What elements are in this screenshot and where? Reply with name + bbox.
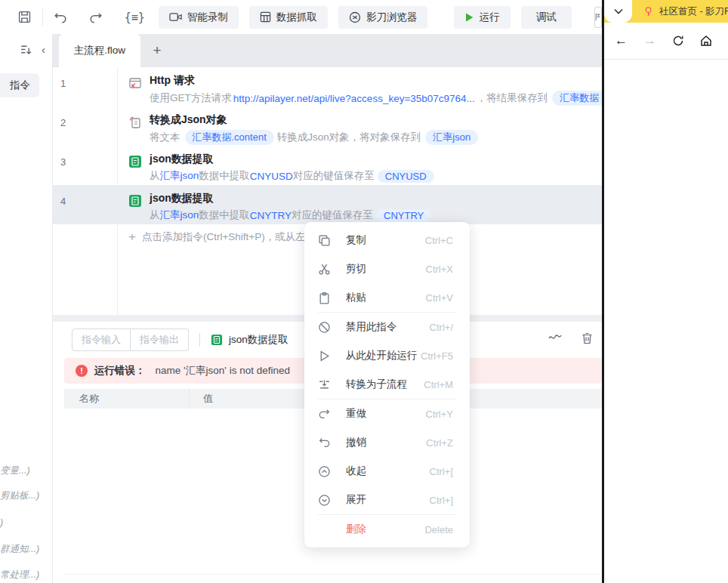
trash-icon[interactable] bbox=[581, 332, 593, 344]
forward-icon[interactable]: → bbox=[643, 33, 656, 48]
menu-label: 重做 bbox=[346, 407, 426, 421]
desc-text: 数据中提取 bbox=[199, 208, 250, 222]
browser-tab-title: 社区首页 - 影刀R bbox=[659, 5, 728, 18]
site-favicon bbox=[643, 6, 654, 17]
redo-icon[interactable] bbox=[89, 6, 103, 29]
menu-shortcut: Ctrl+F5 bbox=[421, 350, 453, 362]
sidebar-partial-item[interactable]: 群通知...) bbox=[0, 543, 53, 556]
flow-step-json-extract-1[interactable]: 3 json数据提取 从 汇率json 数据中提取 CNYUSD 对应的键值保存… bbox=[53, 146, 602, 185]
step-description: 从 汇率json 数据中提取 CNYTRY 对应的键值保存至 CNYTRY bbox=[150, 208, 434, 222]
key-ref[interactable]: CNYUSD bbox=[250, 171, 293, 182]
top-toolbar: {≡} 智能录制 数据抓取 影刀浏览器 bbox=[0, 0, 602, 34]
variables-icon[interactable]: {≡} bbox=[125, 6, 145, 29]
bottom-panel-header: 指令输入 指令输出 json数据提取 bbox=[72, 329, 288, 351]
menu-shortcut: Ctrl+V bbox=[426, 292, 453, 304]
home-icon[interactable] bbox=[700, 35, 712, 47]
undo-icon[interactable] bbox=[54, 6, 68, 29]
tab-main-flow[interactable]: 主流程.flow bbox=[59, 34, 140, 67]
flow-step-json-extract-2[interactable]: 4 json数据提取 从 汇率json 数据中提取 CNYTRY 对应的键值保存… bbox=[53, 185, 602, 224]
instruction-output-label: 指令输出 bbox=[140, 333, 179, 347]
json-convert-icon bbox=[128, 116, 142, 129]
json-extract-icon bbox=[128, 194, 142, 208]
menu-item-collapse[interactable]: 收起 Ctrl+[ bbox=[304, 457, 470, 486]
error-icon: ! bbox=[76, 365, 88, 377]
variable-chip[interactable]: CNYUSD bbox=[378, 170, 434, 183]
step-title: Http 请求 bbox=[150, 74, 195, 88]
desc-text: 将文本 bbox=[150, 131, 180, 144]
browser-tab-menu-button[interactable] bbox=[604, 0, 632, 23]
error-label: 运行错误： bbox=[94, 364, 146, 378]
variable-chip[interactable]: 汇率数据.content bbox=[185, 130, 274, 145]
activity-curve-icon[interactable] bbox=[548, 332, 562, 344]
variable-ref[interactable]: 汇率json bbox=[160, 208, 199, 222]
tab-instruction-input[interactable]: 指令输入 bbox=[72, 329, 131, 351]
data-capture-button[interactable]: 数据抓取 bbox=[249, 6, 328, 29]
sidebar-partial-item[interactable]: ) bbox=[0, 517, 53, 528]
variable-chip[interactable]: CNYTRY bbox=[376, 209, 431, 222]
ban-icon bbox=[318, 321, 331, 334]
menu-shortcut: Ctrl+[ bbox=[430, 466, 453, 477]
menu-item-paste[interactable]: 粘贴 Ctrl+V bbox=[304, 283, 470, 312]
run-button[interactable]: 运行 bbox=[454, 6, 511, 29]
flow-step-http-request[interactable]: 1 Http 请求 使用GET方法请求 http://apilayer.net/… bbox=[53, 67, 602, 106]
plus-icon: + bbox=[153, 42, 161, 59]
menu-label: 删除 bbox=[346, 523, 424, 536]
desc-text: 使用GET方法请求 bbox=[150, 91, 232, 105]
menu-item-redo[interactable]: 重做 Ctrl+Y bbox=[304, 399, 470, 428]
yingdao-browser-button[interactable]: 影刀浏览器 bbox=[338, 6, 428, 29]
tab-instruction-output[interactable]: 指令输出 bbox=[131, 329, 189, 351]
menu-item-disable[interactable]: 禁用此指令 Ctrl+/ bbox=[304, 313, 470, 341]
menu-item-convert-subflow[interactable]: 转换为子流程 Ctrl+M bbox=[304, 370, 470, 399]
variable-ref[interactable]: 汇率json bbox=[160, 169, 199, 183]
toolbar-divider bbox=[42, 9, 43, 26]
add-tab-button[interactable]: + bbox=[140, 34, 174, 67]
request-url-link[interactable]: http://apilayer.net/api/live?access_key=… bbox=[233, 93, 475, 104]
sort-icon[interactable] bbox=[20, 43, 32, 56]
editor-tabstrip: 主流程.flow + bbox=[53, 34, 602, 67]
menu-shortcut: Ctrl+M bbox=[424, 379, 453, 390]
menu-item-run-from-here[interactable]: 从此处开始运行 Ctrl+F5 bbox=[304, 341, 470, 370]
step-description: 将文本 汇率数据.content 转换成Json对象，将对象保存到 汇率json bbox=[150, 130, 481, 145]
current-command: json数据提取 bbox=[211, 333, 288, 347]
menu-item-expand[interactable]: 展开 Ctrl+] bbox=[304, 486, 470, 514]
smart-record-button[interactable]: 智能录制 bbox=[159, 6, 239, 29]
debug-button[interactable]: 调试 bbox=[521, 6, 572, 29]
menu-label: 从此处开始运行 bbox=[346, 349, 421, 362]
back-icon[interactable]: ← bbox=[615, 33, 628, 48]
panel-expand-toggle[interactable] bbox=[594, 7, 602, 28]
scissors-icon bbox=[318, 263, 331, 276]
browser-toolbar: ← → ↙ bbox=[604, 23, 728, 60]
collapse-sidebar-icon[interactable]: ‹ bbox=[42, 43, 45, 56]
sidebar-partial-item[interactable]: 常处理...) bbox=[0, 569, 53, 581]
menu-item-copy[interactable]: 复制 Ctrl+C bbox=[304, 226, 470, 254]
sidebar-category-pill[interactable]: 指令 bbox=[0, 73, 39, 97]
sidebar-header: ‹ bbox=[0, 43, 53, 56]
menu-shortcut: Ctrl+Y bbox=[426, 409, 453, 420]
menu-label: 复制 bbox=[346, 233, 425, 247]
sidebar-partial-item[interactable]: 剪贴板...) bbox=[0, 489, 53, 502]
variable-chip[interactable]: 汇率数据 bbox=[552, 91, 606, 106]
menu-item-delete[interactable]: 删除 Delete bbox=[304, 515, 470, 544]
desc-text: 转换成Json对象，将对象保存到 bbox=[277, 131, 421, 144]
redo-icon bbox=[318, 408, 331, 421]
column-header-name: 名称 bbox=[64, 392, 189, 406]
add-instruction-row[interactable]: + 点击添加指令(Ctrl+Shift+P)，或从左侧 bbox=[128, 230, 316, 245]
copy-icon bbox=[318, 234, 331, 247]
step-title: json数据提取 bbox=[150, 153, 214, 166]
run-play-icon bbox=[464, 12, 474, 23]
menu-item-undo[interactable]: 撤销 Ctrl+Z bbox=[304, 428, 470, 457]
desc-text: 从 bbox=[150, 208, 160, 222]
sidebar-partial-item[interactable]: 变量...) bbox=[0, 464, 53, 477]
key-ref[interactable]: CNYTRY bbox=[250, 210, 292, 221]
menu-label: 粘贴 bbox=[346, 291, 426, 304]
menu-item-cut[interactable]: 剪切 Ctrl+X bbox=[304, 254, 470, 283]
flow-step-convert-json[interactable]: 2 转换成Json对象 将文本 汇率数据.content 转换成Json对象，将… bbox=[53, 106, 602, 146]
browser-window: 社区首页 - 影刀R ← → ↙ bbox=[602, 0, 728, 583]
step-title: json数据提取 bbox=[150, 192, 214, 205]
refresh-icon[interactable] bbox=[672, 35, 684, 47]
step-description: 使用GET方法请求 http://apilayer.net/api/live?a… bbox=[150, 91, 609, 106]
browser-tab[interactable]: 社区首页 - 影刀R bbox=[643, 5, 728, 18]
save-icon[interactable] bbox=[17, 6, 32, 29]
step-number: 2 bbox=[60, 117, 76, 128]
variable-chip[interactable]: 汇率json bbox=[425, 130, 478, 145]
